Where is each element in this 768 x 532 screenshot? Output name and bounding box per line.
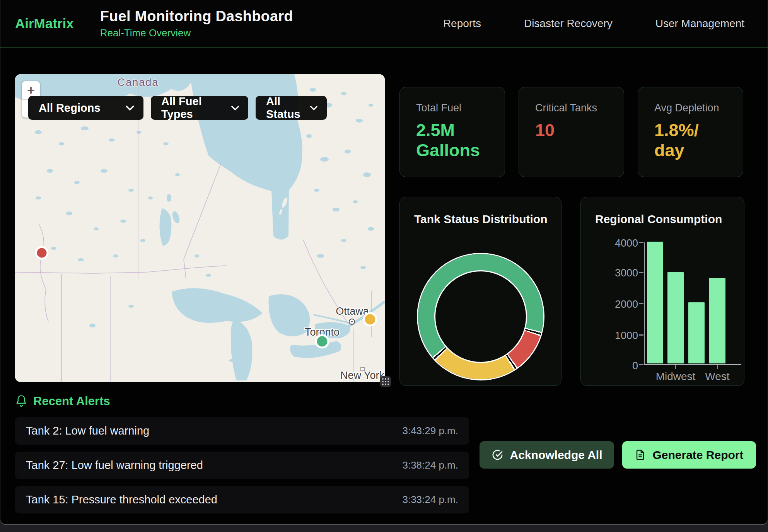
stat-label: Critical Tanks [535, 102, 612, 114]
stat-value: 1.8%/ day [654, 120, 731, 160]
acknowledge-all-label: Acknowledge All [510, 448, 602, 462]
y-tick-label: 3000 [581, 267, 638, 279]
consumption-bar [647, 242, 663, 363]
tank-status-card: Tank Status Distribution [399, 197, 561, 386]
tank-marker-normal[interactable] [316, 335, 328, 348]
stat-value: 2.5M Gallons [416, 120, 493, 160]
stat-label: Avg Depletion [654, 102, 731, 114]
nav-user-management[interactable]: User Management [655, 17, 744, 30]
consumption-bar [709, 278, 725, 363]
main-nav: Reports Disaster Recovery User Managemen… [443, 17, 744, 30]
check-circle-icon [492, 449, 503, 461]
header: AirMatrix Fuel Monitoring Dashboard Real… [0, 0, 768, 48]
consumption-bar [688, 302, 705, 363]
alert-time: 3:33:24 p.m. [402, 494, 458, 506]
map-filters: All Regions All Fuel Types All Status [28, 96, 327, 120]
map-label-new-york: New York [340, 370, 385, 381]
stat-critical-tanks: Critical Tanks 10 [519, 87, 624, 177]
tank-marker-warning[interactable] [364, 313, 376, 326]
lake [167, 194, 171, 202]
bell-icon [15, 394, 27, 408]
map-resize-handle[interactable] [380, 376, 391, 387]
y-tick-mark [639, 242, 643, 243]
x-tick-mark [717, 365, 718, 369]
y-tick-label: 1000 [581, 330, 638, 342]
tank-marker-critical[interactable] [36, 247, 48, 259]
alert-time: 3:43:29 p.m. [402, 425, 458, 437]
regions-dropdown-value: All Regions [39, 102, 101, 114]
page-title-block: Fuel Monitoring Dashboard Real-Time Over… [100, 8, 293, 39]
acknowledge-all-button[interactable]: Acknowledge All [480, 441, 614, 469]
chevron-down-icon [310, 106, 317, 111]
y-tick-label: 4000 [581, 237, 638, 249]
y-tick-mark [639, 364, 643, 365]
generate-report-button[interactable]: Generate Report [622, 441, 756, 469]
stat-avg-depletion: Avg Depletion 1.8%/ day [638, 87, 743, 177]
status-dropdown[interactable]: All Status [256, 96, 327, 120]
chevron-down-icon [231, 106, 239, 111]
alerts-heading-text: Recent Alerts [33, 394, 110, 408]
fuel-types-dropdown[interactable]: All Fuel Types [151, 96, 248, 120]
page-title: Fuel Monitoring Dashboard [100, 8, 293, 25]
grip-dots-icon [381, 377, 390, 386]
regions-dropdown[interactable]: All Regions [28, 96, 143, 120]
alerts-heading: Recent Alerts [15, 394, 110, 408]
y-tick-mark [639, 272, 643, 273]
alert-message: Tank 27: Low fuel warning triggered [26, 459, 203, 472]
stat-total-fuel: Total Fuel 2.5M Gallons [399, 87, 505, 177]
regional-consumption-card: Regional Consumption 4000 3000 2000 1000… [580, 197, 744, 386]
alert-time: 3:38:24 p.m. [402, 459, 458, 471]
bar-chart-title: Regional Consumption [595, 213, 722, 226]
donut-chart-title: Tank Status Distribution [414, 213, 547, 226]
fuel-types-dropdown-value: All Fuel Types [161, 95, 231, 121]
chevron-down-icon [126, 106, 134, 111]
alert-row[interactable]: Tank 15: Pressure threshold exceeded 3:3… [15, 486, 469, 513]
alert-message: Tank 2: Low fuel warning [26, 425, 149, 437]
fuel-map[interactable]: Canada Ottawa Toronto New York + All Reg… [15, 74, 385, 382]
y-axis-line [644, 242, 645, 365]
page-subtitle: Real-Time Overview [100, 27, 293, 39]
stat-cards: Total Fuel 2.5M Gallons Critical Tanks 1… [399, 87, 743, 177]
nav-reports[interactable]: Reports [443, 17, 481, 30]
map-label-ottawa: Ottawa [336, 305, 369, 317]
status-dropdown-value: All Status [266, 95, 310, 121]
consumption-bar [667, 272, 684, 363]
dashboard-panel: AirMatrix Fuel Monitoring Dashboard Real… [0, 0, 768, 525]
stat-value: 10 [535, 120, 612, 140]
y-tick-label: 2000 [581, 298, 638, 310]
nav-disaster-recovery[interactable]: Disaster Recovery [524, 17, 613, 30]
x-axis-line [644, 364, 741, 365]
x-tick-mark [675, 365, 676, 369]
generate-report-label: Generate Report [652, 448, 743, 462]
x-tick-label: West [694, 370, 741, 383]
donut-chart [418, 254, 543, 379]
stat-label: Total Fuel [416, 102, 493, 114]
alert-row[interactable]: Tank 27: Low fuel warning triggered 3:38… [15, 452, 469, 479]
file-text-icon [635, 449, 646, 461]
alert-message: Tank 15: Pressure threshold exceeded [26, 493, 217, 506]
y-tick-mark [639, 334, 643, 336]
town-dot-icon [351, 321, 353, 322]
y-tick-mark [639, 303, 643, 304]
map-label-canada: Canada [118, 77, 159, 88]
brand-logo: AirMatrix [15, 16, 74, 31]
y-tick-label: 0 [581, 360, 638, 372]
alert-row[interactable]: Tank 2: Low fuel warning 3:43:29 p.m. [15, 417, 469, 445]
